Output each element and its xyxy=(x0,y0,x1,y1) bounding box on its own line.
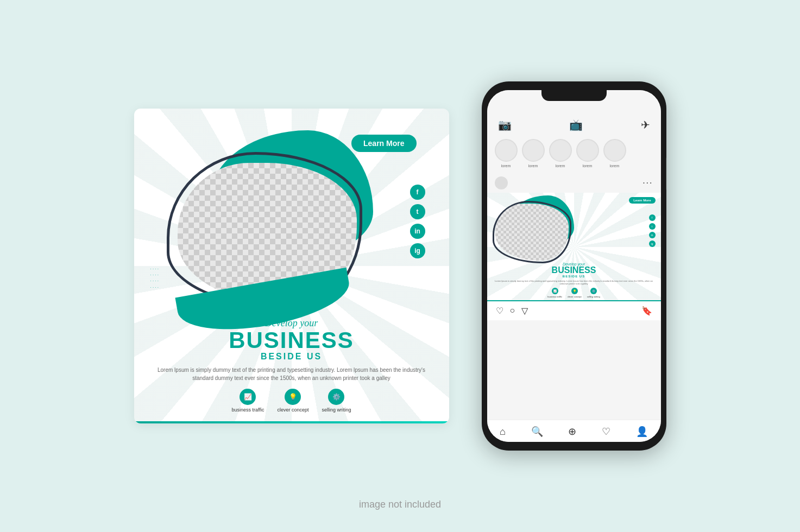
ig-nav-search[interactable]: 🔍 xyxy=(531,426,543,438)
ig-story-2[interactable]: lorem xyxy=(522,139,545,168)
mini-feature-3: ⚙️ selling writing xyxy=(587,288,600,298)
footer-text: image not included xyxy=(359,499,441,510)
feature-label-1: business traffic xyxy=(232,407,264,413)
post-card: Learn More f t in ig · · · ·· · · ·· · ·… xyxy=(134,109,449,423)
lorem-description: Lorem lpsum is simply dummy text of the … xyxy=(156,366,427,382)
ig-nav-profile[interactable]: 👤 xyxy=(636,426,648,438)
phone-notch xyxy=(541,90,607,101)
mini-feature-label-2: clever concept xyxy=(568,295,582,298)
ig-story-circle-2 xyxy=(522,139,545,162)
ig-video-icon[interactable]: 📺 xyxy=(569,118,583,131)
social-icons-list: f t in ig xyxy=(410,185,425,258)
mini-social-icons: f t in ig xyxy=(649,214,656,247)
feature-item-2: 💡 clever concept xyxy=(277,389,308,413)
ig-story-5[interactable]: lorem xyxy=(603,139,626,168)
instagram-icon[interactable]: ig xyxy=(410,243,425,258)
mini-features-list: 📈 business traffic 💡 clever concept ⚙️ s… xyxy=(495,288,653,298)
mini-learn-more-button[interactable]: Learn More xyxy=(629,197,655,204)
feature-label-2: clever concept xyxy=(277,407,308,413)
twitter-icon[interactable]: t xyxy=(410,204,425,219)
linkedin-icon[interactable]: in xyxy=(410,224,425,239)
mini-facebook-icon: f xyxy=(649,214,656,221)
mini-business-text: BUSINESS xyxy=(495,266,653,275)
ig-story-circle-1 xyxy=(495,139,518,162)
phone-body: 📷 📺 ✈ lorem lorem lo xyxy=(482,81,666,451)
mini-feature-icon-3: ⚙️ xyxy=(590,288,597,294)
feature-icon-3: ⚙️ xyxy=(328,389,344,405)
mini-checker xyxy=(495,204,569,261)
mini-feature-icon-2: 💡 xyxy=(571,288,578,294)
ig-more-options[interactable]: ··· xyxy=(642,178,653,188)
mini-text-section: Develop your BUSINESS BESIDE US Lorem lp… xyxy=(487,260,661,301)
ig-filter-icon[interactable]: ▽ xyxy=(521,306,528,316)
mini-instagram-icon: ig xyxy=(649,240,656,247)
ig-story-circle-4 xyxy=(576,139,599,162)
ig-avatar xyxy=(495,176,508,189)
mini-linkedin-icon: in xyxy=(649,232,656,238)
ig-post-header: ··· xyxy=(487,173,661,193)
ig-post-actions: ♡ ○ ▽ 🔖 xyxy=(487,301,661,320)
ig-story-label-4: lorem xyxy=(583,164,593,168)
ig-camera-icon[interactable]: 📷 xyxy=(498,118,512,131)
post-text-section: Develop your BUSINESS BESIDE US Lorem lp… xyxy=(134,309,449,423)
ig-heart-icon[interactable]: ♡ xyxy=(496,306,503,316)
phone-screen: 📷 📺 ✈ lorem lorem lo xyxy=(487,90,661,442)
learn-more-button[interactable]: Learn More xyxy=(351,135,416,152)
mini-post: Learn More f t in ig Develop your BUSINE… xyxy=(487,193,661,301)
mini-feature-1: 📈 business traffic xyxy=(547,288,562,298)
ig-stories-row: lorem lorem lorem lorem xyxy=(487,136,661,173)
mini-feature-2: 💡 clever concept xyxy=(568,288,582,298)
mini-lorem-text: Lorem lpsum is simply dummy text of the … xyxy=(495,280,653,286)
ig-send-icon[interactable]: ✈ xyxy=(641,118,650,131)
mini-twitter-icon: t xyxy=(649,223,656,230)
mini-feature-label-1: business traffic xyxy=(547,295,562,298)
ig-story-3[interactable]: lorem xyxy=(549,139,572,168)
ig-story-circle-5 xyxy=(603,139,626,162)
ig-story-label-3: lorem xyxy=(556,164,565,168)
feature-icon-1: 📈 xyxy=(240,389,256,405)
phone-side-button xyxy=(666,157,666,190)
feature-item-1: 📈 business traffic xyxy=(232,389,264,413)
phone-container: 📷 📺 ✈ lorem lorem lo xyxy=(482,81,666,451)
dots-decoration: · · · ·· · · ·· · · ·· · · · xyxy=(150,266,159,290)
ig-bottom-nav: ⌂ 🔍 ⊕ ♡ 👤 xyxy=(487,420,661,442)
ig-story-label-1: lorem xyxy=(501,164,511,168)
ig-nav-add[interactable]: ⊕ xyxy=(568,426,576,438)
beside-text: BESIDE US xyxy=(156,352,427,362)
ig-story-label-2: lorem xyxy=(528,164,538,168)
main-container: Learn More f t in ig · · · ·· · · ·· · ·… xyxy=(0,60,800,472)
ig-comment-icon[interactable]: ○ xyxy=(510,306,515,316)
facebook-icon[interactable]: f xyxy=(410,185,425,200)
business-text: BUSINESS xyxy=(156,329,427,352)
features-list: 📈 business traffic 💡 clever concept ⚙️ s… xyxy=(156,389,427,413)
feature-icon-2: 💡 xyxy=(285,389,301,405)
ig-nav-home[interactable]: ⌂ xyxy=(500,426,506,438)
ig-nav-heart[interactable]: ♡ xyxy=(602,426,610,438)
ig-story-4[interactable]: lorem xyxy=(576,139,599,168)
feature-label-3: selling writing xyxy=(322,407,351,413)
mini-feature-icon-1: 📈 xyxy=(552,288,558,294)
mini-feature-label-3: selling writing xyxy=(587,295,600,298)
ig-post-avatar xyxy=(495,176,508,189)
ig-story-1[interactable]: lorem xyxy=(495,139,518,168)
mini-beside-text: BESIDE US xyxy=(495,275,653,278)
feature-item-3: ⚙️ selling writing xyxy=(322,389,351,413)
ig-story-label-5: lorem xyxy=(610,164,620,168)
ig-left-actions: ♡ ○ ▽ xyxy=(496,306,528,316)
ig-bookmark-icon[interactable]: 🔖 xyxy=(641,306,652,316)
ig-story-circle-3 xyxy=(549,139,572,162)
